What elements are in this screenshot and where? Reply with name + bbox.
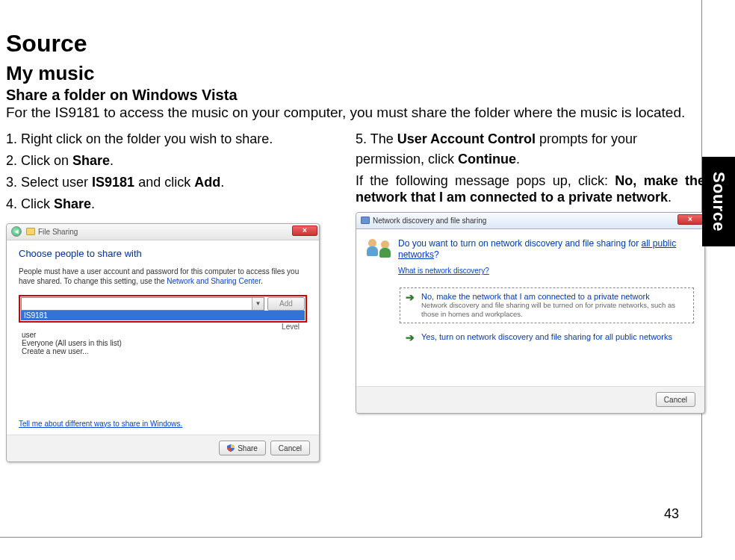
list-row-user[interactable]: user <box>19 331 307 339</box>
close-button[interactable]: × <box>677 214 703 225</box>
close-button[interactable]: × <box>292 225 317 236</box>
section-heading: Share a folder on Windows Vista <box>6 87 692 104</box>
cancel-button[interactable]: Cancel <box>656 392 695 407</box>
people-icon <box>367 238 391 259</box>
option1-title: No, make the network that I am connected… <box>421 292 689 301</box>
selected-user-row[interactable]: IS9181 <box>21 311 305 320</box>
back-button-icon[interactable]: ◄ <box>11 226 22 237</box>
page-subtitle: My music <box>6 62 692 85</box>
step-1: 1. Right click on the folder you wish to… <box>6 129 335 149</box>
user-select-box: ▼ Add IS9181 <box>19 295 307 323</box>
option-private-network[interactable]: ➔ No, make the network that I am connect… <box>400 287 694 323</box>
network-center-link[interactable]: Network and Sharing Center <box>167 277 261 285</box>
step-4: 4. Click Share. <box>6 194 335 214</box>
network-icon <box>361 217 370 224</box>
page-title: Source <box>6 30 692 57</box>
option1-subtext: Network discovery and file sharing will … <box>421 301 689 319</box>
side-tab: Source <box>702 157 735 246</box>
arrow-icon: ➔ <box>405 292 415 302</box>
intro-text: For the IS9181 to access the music on yo… <box>6 104 692 122</box>
dialog2-title: Network discovery and file sharing <box>373 217 486 225</box>
list-row-create[interactable]: Create a new user... <box>19 347 307 355</box>
cancel-button[interactable]: Cancel <box>270 441 310 455</box>
column-level: Level <box>19 323 307 331</box>
user-dropdown[interactable]: ▼ <box>21 297 264 311</box>
dropdown-arrow-icon[interactable]: ▼ <box>252 298 264 310</box>
dialog1-title: File Sharing <box>38 228 78 236</box>
page-number: 43 <box>664 506 679 522</box>
dialog2-titlebar: Network discovery and file sharing × <box>356 213 704 229</box>
share-button[interactable]: Share <box>219 441 266 455</box>
dialog1-subtext: People must have a user account and pass… <box>19 267 307 286</box>
help-link[interactable]: Tell me about different ways to share in… <box>19 420 182 428</box>
what-is-link[interactable]: What is network discovery? <box>398 266 694 276</box>
file-sharing-dialog: ◄ File Sharing × Choose people to share … <box>6 223 320 462</box>
list-row-everyone[interactable]: Everyone (All users in this list) <box>19 339 307 347</box>
option2-title: Yes, turn on network discovery and file … <box>421 332 672 341</box>
step-5: 5. The User Account Control prompts for … <box>356 129 705 169</box>
dialog1-titlebar: ◄ File Sharing × <box>7 224 319 240</box>
user-list: Level user Everyone (All users in this l… <box>19 323 307 355</box>
option-public-network[interactable]: ➔ Yes, turn on network discovery and fil… <box>400 328 694 347</box>
dialog2-question: Do you want to turn on network discovery… <box>398 238 694 276</box>
step-2: 2. Click on Share. <box>6 151 335 171</box>
folder-icon <box>26 228 35 235</box>
followup-text: If the following message pops up, click:… <box>356 172 705 206</box>
add-button[interactable]: Add <box>267 297 305 311</box>
dialog1-heading: Choose people to share with <box>19 248 307 259</box>
steps-left: 1. Right click on the folder you wish to… <box>6 129 335 214</box>
network-discovery-dialog: Network discovery and file sharing × <box>356 212 705 414</box>
step-3: 3. Select user IS9181 and click Add. <box>6 172 335 193</box>
shield-icon <box>227 444 235 452</box>
arrow-icon: ➔ <box>405 332 415 343</box>
